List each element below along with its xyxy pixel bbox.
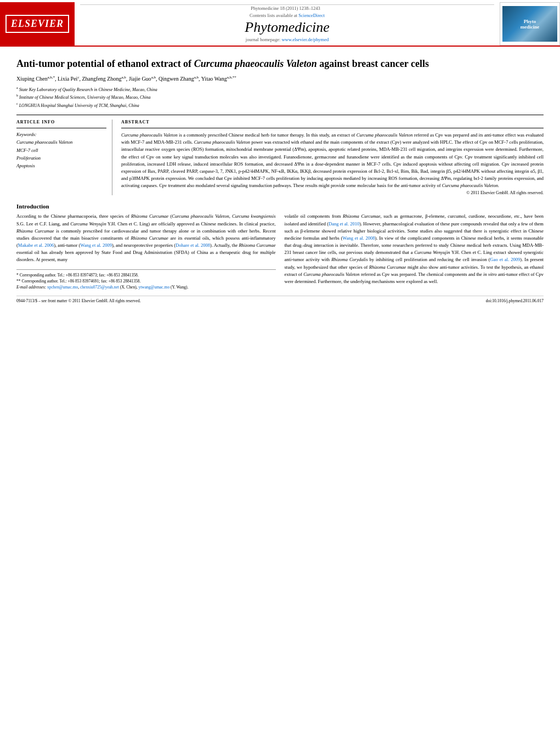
article-info-col: ARTICLE INFO Keywords: Curcuma phaeocaul…	[16, 120, 112, 195]
intro-right-col: volatile oil components from Rhizoma Cur…	[285, 213, 544, 290]
keywords-label: Keywords:	[16, 132, 106, 137]
introduction-section: Introduction According to the Chinese ph…	[16, 203, 544, 290]
abstract-divider	[121, 128, 544, 128]
intro-left-para-1: According to the Chinese pharmacopoeia, …	[16, 213, 276, 263]
introduction-body: According to the Chinese pharmacopoeia, …	[16, 213, 544, 290]
doi-line: doi:10.1016/j.phymed.2011.06.017	[486, 298, 544, 303]
article-info-abstract-section: ARTICLE INFO Keywords: Curcuma phaeocaul…	[16, 115, 544, 195]
footnote-emails: E-mail addresses: xpchen@umac.mo, chenxi…	[16, 284, 276, 290]
affiliation-b: b Institute of Chinese Medical Sciences,…	[16, 93, 544, 101]
homepage-text: journal homepage:	[246, 37, 281, 42]
authors-line: Xiuping Chena,b,*, Lixia Peic, Zhangfeng…	[16, 75, 544, 83]
abstract-col: ABSTRACT Curcuma phaeocaulis Valeton is …	[121, 120, 544, 195]
keyword-3: Proliferation	[16, 154, 106, 162]
copyright-line: © 2011 Elsevier GmbH. All rights reserve…	[121, 190, 544, 195]
issn-line: 0944-7113/$ – see front matter © 2011 El…	[16, 298, 141, 303]
article-title: Anti-tumor potential of ethanol extract …	[16, 58, 544, 70]
footnote-1: * Corresponding author. Tel.: +86 853 83…	[16, 272, 276, 278]
elsevier-logo: ELSEVIER	[0, 2, 75, 46]
homepage-url[interactable]: www.elsevier.de/phymed	[281, 37, 329, 42]
keyword-2: MCF-7 cell	[16, 146, 106, 154]
phytomedicine-cover-text: Phytomedicine	[521, 19, 540, 30]
phytomedicine-cover-image: Phytomedicine	[502, 6, 557, 42]
keywords-list: Curcuma phaeocaulis Valeton MCF-7 cell P…	[16, 138, 106, 170]
article-title-part2: against breast cancer cells	[317, 58, 429, 69]
citation-line: Phytomedicine 18 (2011) 1238–1243	[80, 4, 494, 12]
footnote-2: ** Corresponding author. Tel.: +86 853 8…	[16, 278, 276, 284]
journal-name: Phytomedicine	[80, 19, 494, 36]
keyword-4: Apoptosis	[16, 162, 106, 169]
article-title-part1: Anti-tumor potential of ethanol extract …	[16, 58, 194, 69]
keyword-1: Curcuma phaeocaulis Valeton	[16, 138, 106, 146]
abstract-heading: ABSTRACT	[121, 120, 544, 125]
sciencedirect-link[interactable]: ScienceDirect	[298, 13, 325, 18]
affiliation-a: a State Key Laboratory of Quality Resear…	[16, 86, 544, 93]
contents-line: Contents lists available at ScienceDirec…	[80, 13, 494, 18]
affiliations: a State Key Laboratory of Quality Resear…	[16, 86, 544, 109]
bottom-bar: 0944-7113/$ – see front matter © 2011 El…	[16, 296, 544, 303]
elsevier-wordmark: ELSEVIER	[5, 15, 69, 33]
footnote-area: * Corresponding author. Tel.: +86 853 83…	[16, 269, 276, 291]
journal-title-area: Phytomedicine 18 (2011) 1238–1243 Conten…	[75, 2, 500, 46]
article-info-heading: ARTICLE INFO	[16, 120, 106, 125]
journal-header: ELSEVIER Phytomedicine 18 (2011) 1238–12…	[0, 0, 560, 47]
article-body: Anti-tumor potential of ethanol extract …	[0, 47, 560, 309]
contents-text: Contents lists available at	[250, 13, 297, 18]
introduction-heading: Introduction	[16, 203, 544, 210]
intro-left-col: According to the Chinese pharmacopoeia, …	[16, 213, 276, 290]
article-title-italic: Curcuma phaeocaulis Valeton	[194, 58, 317, 69]
intro-right-para-1: volatile oil components from Rhizoma Cur…	[285, 213, 544, 285]
affiliation-c: c LONGHUA Hospital Shanghai University o…	[16, 101, 544, 109]
article-info-divider	[16, 128, 106, 128]
abstract-text: Curcuma phaeocaulis Valeton is a commonl…	[121, 132, 544, 189]
phytomedicine-logo-box: Phytomedicine	[500, 2, 560, 46]
homepage-line: journal homepage: www.elsevier.de/phymed	[80, 37, 494, 42]
